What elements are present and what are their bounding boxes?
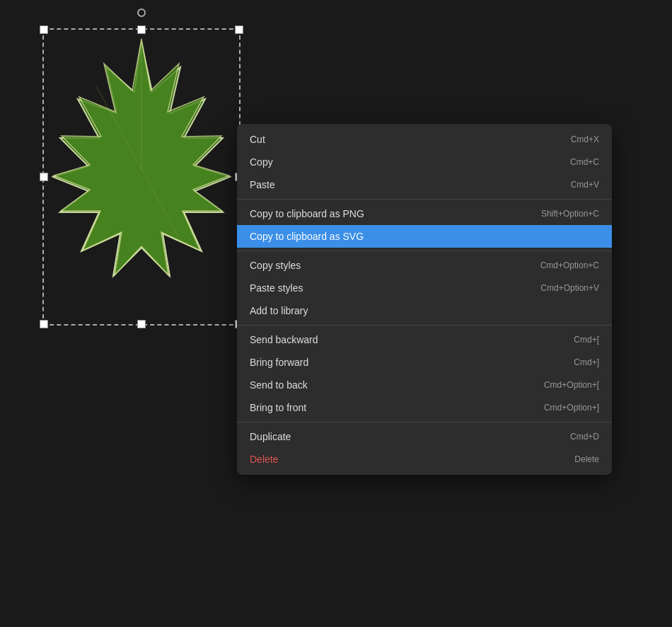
menu-label-copy-png: Copy to clipboard as PNG bbox=[250, 208, 364, 219]
menu-shortcut-copy: Cmd+C bbox=[570, 157, 599, 167]
menu-item-add-library[interactable]: Add to library bbox=[237, 299, 612, 322]
menu-label-send-back: Send to back bbox=[250, 379, 308, 391]
menu-item-paste[interactable]: Paste Cmd+V bbox=[237, 173, 612, 196]
menu-item-copy-svg[interactable]: Copy to clipboard as SVG bbox=[237, 225, 612, 248]
menu-shortcut-paste: Cmd+V bbox=[571, 180, 599, 190]
menu-item-send-backward[interactable]: Send backward Cmd+[ bbox=[237, 328, 612, 351]
menu-shortcut-delete: Delete bbox=[574, 454, 599, 464]
selection-box bbox=[42, 28, 241, 326]
menu-shortcut-duplicate: Cmd+D bbox=[570, 432, 599, 442]
menu-item-cut[interactable]: Cut Cmd+X bbox=[237, 128, 612, 151]
handle-middle-left[interactable] bbox=[40, 173, 48, 181]
menu-item-copy[interactable]: Copy Cmd+C bbox=[237, 151, 612, 173]
canvas: Cut Cmd+X Copy Cmd+C Paste Cmd+V Copy to… bbox=[0, 0, 672, 627]
menu-item-send-back[interactable]: Send to back Cmd+Option+[ bbox=[237, 374, 612, 396]
menu-label-bring-front: Bring to front bbox=[250, 402, 306, 413]
menu-label-cut: Cut bbox=[250, 134, 265, 145]
menu-shortcut-cut: Cmd+X bbox=[571, 134, 599, 144]
divider-1 bbox=[237, 199, 612, 200]
menu-item-bring-forward[interactable]: Bring forward Cmd+] bbox=[237, 351, 612, 374]
handle-top-middle[interactable] bbox=[137, 25, 146, 34]
handle-top-right[interactable] bbox=[235, 25, 243, 34]
divider-3 bbox=[237, 325, 612, 326]
handle-top-left[interactable] bbox=[40, 25, 48, 34]
menu-label-copy: Copy bbox=[250, 156, 273, 168]
handle-bottom-middle[interactable] bbox=[137, 320, 146, 328]
menu-shortcut-copy-styles: Cmd+Option+C bbox=[540, 260, 599, 270]
menu-shortcut-bring-forward: Cmd+] bbox=[574, 357, 599, 367]
handle-bottom-left[interactable] bbox=[40, 320, 48, 328]
menu-label-copy-svg: Copy to clipboard as SVG bbox=[250, 231, 364, 242]
context-menu: Cut Cmd+X Copy Cmd+C Paste Cmd+V Copy to… bbox=[237, 124, 612, 475]
divider-4 bbox=[237, 422, 612, 422]
menu-shortcut-copy-png: Shift+Option+C bbox=[541, 209, 599, 219]
menu-label-duplicate: Duplicate bbox=[250, 431, 291, 442]
menu-item-copy-styles[interactable]: Copy styles Cmd+Option+C bbox=[237, 254, 612, 277]
menu-label-send-backward: Send backward bbox=[250, 334, 318, 345]
menu-item-duplicate[interactable]: Duplicate Cmd+D bbox=[237, 425, 612, 448]
rotation-handle[interactable] bbox=[137, 8, 146, 17]
menu-item-delete[interactable]: Delete Delete bbox=[237, 448, 612, 471]
menu-item-paste-styles[interactable]: Paste styles Cmd+Option+V bbox=[237, 277, 612, 299]
menu-label-copy-styles: Copy styles bbox=[250, 260, 301, 271]
divider-2 bbox=[237, 251, 612, 251]
menu-shortcut-bring-front: Cmd+Option+] bbox=[544, 403, 599, 413]
menu-label-bring-forward: Bring forward bbox=[250, 357, 308, 368]
menu-label-delete: Delete bbox=[250, 454, 278, 465]
menu-shortcut-send-backward: Cmd+[ bbox=[574, 335, 599, 345]
menu-label-add-library: Add to library bbox=[250, 305, 308, 316]
menu-label-paste: Paste bbox=[250, 179, 275, 190]
menu-item-copy-png[interactable]: Copy to clipboard as PNG Shift+Option+C bbox=[237, 202, 612, 225]
menu-item-bring-front[interactable]: Bring to front Cmd+Option+] bbox=[237, 396, 612, 419]
menu-shortcut-send-back: Cmd+Option+[ bbox=[544, 380, 599, 390]
menu-label-paste-styles: Paste styles bbox=[250, 282, 303, 294]
menu-shortcut-paste-styles: Cmd+Option+V bbox=[540, 283, 599, 293]
